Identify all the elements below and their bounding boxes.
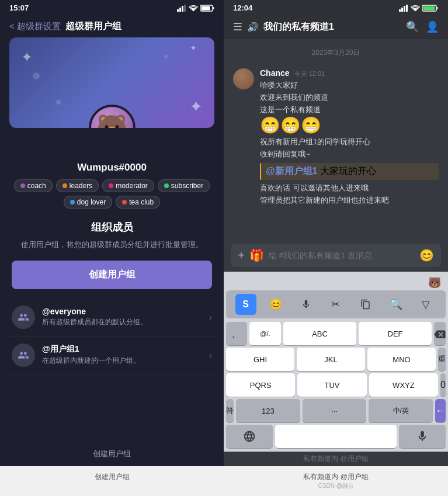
kb-key-chinese[interactable]: 中/英 — [369, 399, 433, 422]
header-actions: 🔍 👤 — [406, 20, 439, 33]
tag-label-moderator: moderator — [116, 182, 148, 190]
toolbar-emoji-icon[interactable]: 😊 — [265, 294, 286, 315]
kb-row-2: GHI JKL MNO 重 — [226, 348, 446, 371]
tag-dot-dog-lover — [70, 200, 75, 204]
back-button[interactable]: < 超级群设置 — [9, 21, 61, 32]
left-bottom-label: 创建用户组 — [0, 442, 224, 466]
bottom-labels: 创建用户组 私有频道内 @用户组 CSDN @融云 — [0, 466, 448, 496]
left-header: < 超级群设置 超级群用户组 — [0, 16, 224, 37]
right-battery-icon — [422, 5, 439, 12]
tag-label-coach: coach — [27, 182, 46, 190]
csdn-tag: CSDN @融云 — [227, 482, 446, 490]
toolbar-mic-icon[interactable] — [296, 294, 317, 315]
kb-key-jkl[interactable]: JKL — [297, 348, 365, 371]
tag-dog-lover: dog lover — [64, 196, 112, 209]
kb-key-mno[interactable]: MNO — [367, 348, 436, 371]
add-button[interactable]: + — [238, 249, 245, 262]
avatar-inner: 🐻 — [91, 107, 133, 128]
keyboard-toolbar: S 😊 ✂ 🔍 ▽ — [226, 290, 446, 318]
keyboard-area[interactable]: 🐻 S 😊 ✂ 🔍 ▽ — [224, 272, 448, 452]
group-item-everyone[interactable]: @everyone 所有超级群成员都在的默认分组。 › — [9, 299, 214, 337]
bottom-right-label: 私有频道内 @用户组 CSDN @融云 — [224, 470, 449, 492]
chance-time: 今天 12:01 — [294, 70, 325, 78]
keyboard-top-emoji: 🐻 — [226, 275, 446, 290]
tag-label-leaders: leaders — [70, 182, 92, 190]
svg-rect-1 — [179, 8, 181, 12]
group-desc-user1: 在超级群内新建的一个用户组。 — [42, 356, 202, 366]
kb-key-wxyz[interactable]: WXYZ — [369, 373, 438, 397]
chance-message-content: Chance 今天 12:01 哈喽大家好欢迎来到我们的频道这是一个私有频道 😁… — [260, 68, 439, 207]
kb-key-dots[interactable]: ··· — [303, 399, 367, 422]
toolbar-cut-icon[interactable]: ✂ — [325, 294, 346, 315]
tag-coach: coach — [14, 179, 53, 192]
svg-rect-2 — [182, 6, 183, 12]
left-status-icons — [177, 5, 214, 12]
group-icon-user1 — [12, 344, 35, 367]
create-group-button[interactable]: 创建用户组 — [12, 261, 212, 289]
message-group-chance: Chance 今天 12:01 哈喽大家好欢迎来到我们的频道这是一个私有频道 😁… — [233, 68, 439, 207]
bottom-left-text: 创建用户组 — [95, 473, 130, 481]
kb-key-def[interactable]: DEF — [359, 322, 432, 345]
left-page-title: 超级群用户组 — [65, 20, 121, 33]
tag-label-subscriber: subscriber — [171, 182, 203, 190]
tag-dot-subscriber — [164, 183, 169, 188]
svg-rect-3 — [184, 5, 186, 12]
group-info-everyone: @everyone 所有超级群成员都在的默认分组。 — [42, 307, 202, 327]
svg-rect-12 — [423, 6, 435, 10]
kb-key-return[interactable]: ← — [435, 399, 446, 422]
input-row: + 🎁 😊 — [231, 244, 441, 267]
chance-msg-text: 哈喽大家好欢迎来到我们的频道这是一个私有频道 — [260, 79, 439, 116]
kb-row-3: PQRS TUV WXYZ 0 — [226, 373, 446, 397]
left-status-bar: 15:07 — [0, 0, 224, 16]
kb-key-tuv[interactable]: TUV — [297, 373, 366, 397]
left-time: 15:07 — [9, 4, 29, 12]
right-status-icons — [399, 5, 439, 12]
profile-bg-card: ✦ ✦ ✦ 🐻 — [9, 37, 214, 128]
group-icon-everyone — [12, 306, 35, 329]
toolbar-search-icon[interactable]: 🔍 — [386, 294, 407, 315]
toolbar-copy-icon[interactable] — [355, 294, 376, 315]
kb-key-abc[interactable]: ABC — [283, 322, 356, 345]
right-time: 12:04 — [233, 4, 252, 12]
kb-key-pqrs[interactable]: PQRS — [226, 373, 295, 397]
members-icon[interactable]: 👤 — [426, 20, 439, 33]
extra-messages: 喜欢的话 可以邀请其他人进来哦管理员把其它新建的用户组也拉进来吧 — [260, 182, 439, 207]
kb-mic-button[interactable] — [399, 425, 446, 448]
kb-key-zero[interactable]: 0 — [440, 373, 446, 397]
chance-author: Chance — [260, 68, 290, 78]
message-input[interactable] — [269, 251, 415, 260]
group-item-user1[interactable]: @用户组1 在超级群内新建的一个用户组。 › — [9, 337, 214, 374]
kb-key-at[interactable]: @/. — [249, 322, 281, 345]
tag-moderator: moderator — [102, 179, 154, 192]
search-header-icon[interactable]: 🔍 — [406, 20, 419, 33]
section-title: 组织成员 — [0, 220, 224, 234]
bottom-left-label: 创建用户组 — [0, 470, 224, 492]
toolbar-more-icon[interactable]: ▽ — [415, 294, 436, 315]
tag-dot-moderator — [109, 183, 113, 188]
kb-key-ghi[interactable]: GHI — [226, 348, 294, 371]
section-desc: 使用用户组，将您的超级群成员分组并进行批量管理。 — [0, 239, 224, 251]
hamburger-icon[interactable]: ☰ — [233, 20, 242, 33]
keyboard-rows[interactable]: 、 @/. ABC DEF GHI JKL MNO 重 — [226, 322, 446, 422]
right-header: ☰ 🔊 我们的私有频道1 🔍 👤 — [224, 16, 448, 39]
svg-rect-10 — [406, 5, 408, 12]
kb-key-delete[interactable] — [434, 322, 446, 345]
chance-extra-text: 祝所有新用户组1的同学玩得开心收到请回复哦~ — [260, 136, 439, 161]
emoji-button[interactable]: 😊 — [419, 248, 434, 262]
kb-key-symbol[interactable]: 符 — [226, 399, 234, 422]
kb-key-123[interactable]: 123 — [236, 399, 300, 422]
kb-globe-button[interactable] — [226, 425, 273, 448]
star-deco-1: ✦ — [21, 49, 33, 65]
tag-dot-coach — [20, 183, 25, 188]
svg-rect-9 — [404, 6, 405, 12]
toolbar-sogou-icon[interactable]: S — [235, 294, 256, 315]
kb-space-button[interactable] — [275, 425, 397, 448]
kb-key-heavy[interactable]: 重 — [438, 348, 446, 371]
bottom-right-text: 私有频道内 @用户组 — [303, 473, 369, 481]
dot-deco-1 — [33, 72, 40, 79]
gift-button[interactable]: 🎁 — [249, 248, 264, 262]
right-panel: 12:04 — [224, 0, 448, 466]
tag-label-dog-lover: dog lover — [77, 198, 106, 206]
svg-rect-0 — [177, 9, 179, 12]
kb-key-comma[interactable]: 、 — [226, 322, 247, 345]
